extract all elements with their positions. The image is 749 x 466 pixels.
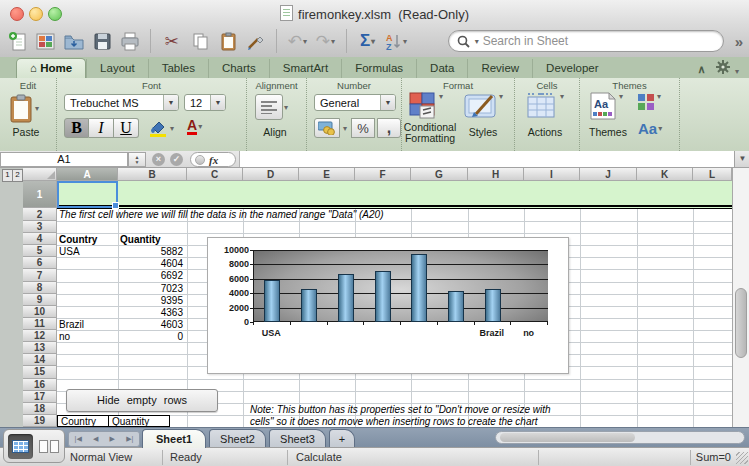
column-header-G[interactable]: G <box>411 168 468 181</box>
autosum-icon[interactable]: Σ▾ <box>356 30 379 53</box>
comma-style-button[interactable]: , <box>377 118 401 138</box>
cell-a5[interactable]: USA <box>59 246 80 257</box>
row-header-9[interactable]: 9 <box>23 294 57 306</box>
row-header-13[interactable]: 13 <box>23 342 57 354</box>
row-header-2[interactable]: 2 <box>23 208 57 221</box>
cut-icon[interactable]: ✂ <box>160 30 183 53</box>
cell-a12[interactable]: no <box>59 331 70 342</box>
row-header-14[interactable]: 14 <box>23 354 57 366</box>
themes-button[interactable]: Aa ▾ <box>588 92 623 120</box>
percent-style-button[interactable]: % <box>351 118 375 138</box>
row-header-7[interactable]: 7 <box>23 269 57 281</box>
cell-b6[interactable]: 4604 <box>118 258 183 269</box>
align-button[interactable]: ▾ <box>255 94 288 120</box>
next-sheet-icon[interactable]: ▶ <box>110 435 115 443</box>
sheet-tab-sheet2[interactable]: Sheet2 <box>209 429 266 448</box>
column-header-B[interactable]: B <box>118 168 187 181</box>
row-header-17[interactable]: 17 <box>23 391 57 403</box>
cell-b4-header[interactable]: Quantity <box>120 234 161 245</box>
font-color-button[interactable]: A ▾ <box>187 118 202 135</box>
sheet-tab-sheet3[interactable]: Sheet3 <box>269 429 326 448</box>
fill-color-button[interactable]: ▾ <box>147 118 174 138</box>
column-header-J[interactable]: J <box>580 168 637 181</box>
sheet-nav-buttons[interactable]: |◀ ◀ ▶ ▶| <box>68 431 140 447</box>
row-header-10[interactable]: 10 <box>23 306 57 318</box>
redo-icon[interactable]: ↷▾ <box>314 30 337 53</box>
collapse-ribbon-icon[interactable]: ∧ <box>697 63 705 76</box>
insert-function-button[interactable]: fx <box>190 152 236 167</box>
column-header-D[interactable]: D <box>243 168 299 181</box>
format-painter-icon[interactable] <box>244 30 267 53</box>
print-icon[interactable] <box>118 30 141 53</box>
styles-button[interactable]: ▾ <box>464 92 503 120</box>
ribbon-tab-layout[interactable]: Layout <box>86 59 148 78</box>
ribbon-tab-formulas[interactable]: Formulas <box>341 59 416 78</box>
cell-a2-note[interactable]: The first cell where we will fill the da… <box>59 209 383 220</box>
cell-a19[interactable]: Country <box>61 416 96 427</box>
cell-b7[interactable]: 6692 <box>118 270 183 281</box>
last-sheet-icon[interactable]: ▶| <box>126 435 133 443</box>
column-header-A[interactable]: A <box>57 168 118 181</box>
ribbon-tab-smartart[interactable]: SmartArt <box>269 59 341 78</box>
cell-b5[interactable]: 5882 <box>118 246 183 257</box>
cancel-entry-icon[interactable]: × <box>152 153 165 166</box>
ribbon-tab-developer[interactable]: Developer <box>532 59 611 78</box>
row-header-3[interactable]: 3 <box>23 221 57 233</box>
calculate-status[interactable]: Calculate <box>296 451 342 463</box>
undo-icon[interactable]: ↶▾ <box>286 30 309 53</box>
row-header-8[interactable]: 8 <box>23 282 57 294</box>
horizontal-scroll-thumb[interactable] <box>500 433 635 442</box>
ribbon-tab-home[interactable]: ⌂ Home <box>16 58 86 78</box>
number-format-select[interactable]: General▼ <box>314 94 396 111</box>
ribbon-tab-review[interactable]: Review <box>467 59 532 78</box>
column-header-C[interactable]: C <box>187 168 243 181</box>
fill-handle[interactable] <box>112 202 119 209</box>
italic-button[interactable]: I <box>89 118 114 138</box>
row-header-12[interactable]: 12 <box>23 330 57 342</box>
name-box-stepper[interactable]: ▲▼ <box>128 152 146 167</box>
formula-input[interactable] <box>239 151 735 167</box>
page-layout-view-button[interactable] <box>36 434 61 459</box>
row-header-16[interactable]: 16 <box>23 379 57 391</box>
column-header-F[interactable]: F <box>355 168 411 181</box>
search-field[interactable]: ▾ Search in Sheet <box>448 30 724 52</box>
copy-icon[interactable] <box>188 30 211 53</box>
formula-bar-expand-icon[interactable]: ▼ <box>734 151 749 167</box>
ribbon-tab-tables[interactable]: Tables <box>148 59 208 78</box>
ribbon-tab-data[interactable]: Data <box>416 59 467 78</box>
conditional-formatting-button[interactable]: ▾ <box>408 92 443 120</box>
row-header-6[interactable]: 6 <box>23 257 57 269</box>
cell-b19[interactable]: Quantity <box>112 416 149 427</box>
ribbon-settings-gear-icon[interactable]: ▾ <box>716 60 739 78</box>
column-header-L[interactable]: L <box>693 168 732 181</box>
cell-b12[interactable]: 0 <box>118 331 183 342</box>
underline-button[interactable]: U <box>114 118 139 138</box>
cell-b8[interactable]: 7023 <box>118 283 183 294</box>
row-header-5[interactable]: 5 <box>23 245 57 257</box>
select-all-corner[interactable] <box>23 168 57 181</box>
cell-a4-header[interactable]: Country <box>59 234 97 245</box>
sort-icon[interactable]: AZ ▾ <box>384 30 407 53</box>
cell-b10[interactable]: 4363 <box>118 307 183 318</box>
selected-cell-outline[interactable] <box>57 181 118 208</box>
name-box[interactable]: A1 <box>0 152 128 167</box>
bold-button[interactable]: B <box>64 118 89 138</box>
add-sheet-tab[interactable]: + <box>329 429 355 448</box>
row-header-18[interactable]: 18 <box>23 403 57 415</box>
ribbon-tab-charts[interactable]: Charts <box>208 59 269 78</box>
column-header-I[interactable]: I <box>524 168 580 181</box>
font-size-select[interactable]: 12▼ <box>184 94 226 111</box>
theme-colors-button[interactable]: ▾ <box>636 92 661 112</box>
row-header-15[interactable]: 15 <box>23 366 57 378</box>
outline-level-button[interactable]: 2 <box>12 169 23 182</box>
paste-button[interactable]: ▾ <box>8 93 39 123</box>
search-scope-arrow-icon[interactable]: ▾ <box>475 37 479 46</box>
column-header-H[interactable]: H <box>468 168 524 181</box>
new-workbook-icon[interactable] <box>6 30 29 53</box>
open-icon[interactable] <box>62 30 85 53</box>
row-header-19[interactable]: 19 <box>23 415 57 427</box>
sheet-tab-sheet1[interactable]: Sheet1 <box>142 429 206 448</box>
row-header-4[interactable]: 4 <box>23 233 57 245</box>
paste-icon[interactable] <box>216 30 239 53</box>
vertical-scrollbar[interactable] <box>732 168 749 427</box>
